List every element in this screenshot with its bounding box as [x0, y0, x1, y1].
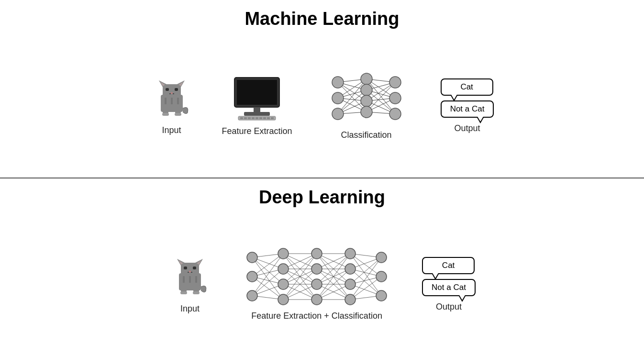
ml-bubble-cat: Cat: [441, 78, 493, 96]
cat-icon-ml: [150, 77, 193, 120]
dl-input-label: Input: [180, 304, 200, 314]
svg-rect-1: [163, 84, 181, 99]
svg-rect-83: [193, 291, 200, 294]
svg-rect-13: [177, 98, 179, 104]
svg-point-63: [389, 77, 401, 88]
ml-diagram-row: Input: [150, 39, 494, 173]
svg-rect-16: [162, 113, 169, 116]
dl-title: Deep Learning: [259, 187, 385, 208]
svg-rect-77: [183, 276, 185, 283]
svg-point-149: [311, 279, 322, 289]
ml-input-label: Input: [162, 125, 181, 135]
svg-rect-30: [267, 117, 270, 119]
dl-nn-item: Feature Extraction + Classification: [240, 248, 393, 321]
svg-point-150: [311, 294, 322, 305]
dl-diagram-row: Input: [168, 217, 476, 351]
dl-bubble-cat: Cat: [422, 257, 475, 274]
svg-rect-23: [240, 117, 243, 119]
svg-point-148: [311, 264, 322, 274]
ml-input-item: Input: [150, 77, 193, 135]
svg-point-142: [247, 290, 257, 301]
svg-point-56: [332, 77, 344, 88]
svg-rect-82: [180, 291, 187, 294]
svg-point-58: [332, 108, 344, 120]
svg-rect-25: [248, 117, 251, 119]
dl-output-item: Cat Not a Cat Output: [422, 257, 476, 312]
svg-rect-8: [171, 92, 173, 94]
svg-point-57: [332, 92, 344, 104]
dl-section: Deep Learning: [0, 178, 644, 356]
ml-bubble-notcat: Not a Cat: [441, 100, 494, 118]
svg-point-152: [345, 264, 355, 274]
svg-rect-74: [189, 271, 191, 272]
dl-nn-icon: [240, 248, 393, 305]
cat-icon-dl: [168, 255, 211, 298]
svg-point-60: [361, 84, 372, 96]
svg-point-61: [361, 95, 372, 107]
ml-output-label: Output: [455, 123, 480, 134]
svg-point-155: [376, 252, 387, 263]
svg-point-145: [278, 279, 289, 289]
svg-rect-26: [252, 117, 255, 119]
ml-classification-label: Classification: [341, 130, 392, 140]
svg-point-156: [376, 271, 387, 282]
svg-rect-27: [255, 117, 258, 119]
dl-output-label: Output: [436, 302, 462, 312]
svg-rect-73: [193, 267, 196, 269]
svg-rect-21: [244, 112, 270, 116]
computer-icon: [231, 75, 283, 121]
ml-section: Machine Learning: [0, 0, 644, 178]
svg-point-141: [247, 271, 257, 282]
svg-point-147: [311, 248, 322, 259]
svg-point-157: [376, 290, 387, 301]
svg-rect-79: [195, 276, 197, 283]
svg-point-64: [389, 92, 401, 104]
dl-output-bubbles: Cat Not a Cat: [422, 257, 476, 296]
ml-output-bubbles: Cat Not a Cat: [441, 78, 494, 118]
ml-output-item: Cat Not a Cat Output: [441, 78, 494, 134]
svg-point-65: [389, 108, 401, 120]
dl-bubble-notcat: Not a Cat: [422, 279, 476, 296]
svg-rect-6: [166, 88, 169, 91]
svg-point-154: [345, 294, 355, 305]
ml-feature-label: Feature Extraction: [222, 126, 292, 136]
svg-rect-28: [259, 117, 262, 119]
ml-title: Machine Learning: [244, 9, 399, 29]
svg-rect-11: [165, 98, 167, 104]
svg-rect-17: [175, 113, 181, 116]
svg-point-151: [345, 248, 355, 259]
svg-point-140: [247, 252, 257, 263]
svg-rect-29: [263, 117, 266, 119]
svg-rect-78: [189, 276, 191, 283]
ml-classification-item: Classification: [321, 72, 412, 140]
svg-point-62: [361, 106, 372, 118]
svg-point-146: [278, 294, 289, 305]
svg-rect-67: [181, 263, 199, 277]
svg-point-59: [361, 73, 372, 85]
svg-rect-19: [237, 80, 277, 105]
svg-rect-72: [184, 267, 187, 269]
dl-nn-label: Feature Extraction + Classification: [251, 311, 382, 321]
svg-rect-24: [244, 117, 247, 119]
svg-point-143: [278, 248, 289, 259]
svg-rect-7: [175, 88, 178, 91]
svg-rect-12: [171, 98, 173, 104]
ml-nn-icon: [321, 72, 412, 124]
ml-feature-item: Feature Extraction: [222, 75, 292, 136]
svg-rect-31: [271, 117, 274, 119]
dl-input-item: Input: [168, 255, 211, 314]
svg-point-153: [345, 279, 355, 289]
svg-point-144: [278, 264, 289, 274]
